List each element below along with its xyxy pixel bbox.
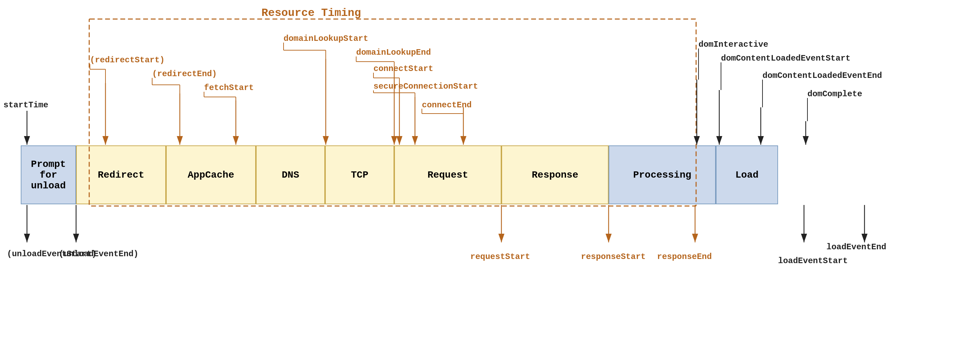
box-label-processing: Processing [633,170,691,180]
label-connectStart: connectStart [374,64,433,73]
box-tcp: TCP [325,145,394,204]
diagram-container: Prompt for unload Redirect AppCache DNS … [0,0,980,340]
label-unloadEventEnd: (unloadEventEnd) [59,249,138,259]
box-prompt-for-unload: Prompt for unload [21,145,76,204]
box-label-response: Response [532,170,578,180]
box-label-tcp: TCP [351,170,368,180]
label-domContentLoadedEventEnd: domContentLoadedEventEnd [762,71,882,80]
box-appcache: AppCache [166,145,256,204]
label-domContentLoadedEventStart: domContentLoadedEventStart [721,54,850,63]
box-label-dns: DNS [282,170,299,180]
resource-timing-label: Resource Timing [261,6,361,19]
label-loadEventStart: loadEventStart [778,256,848,265]
box-load: Load [716,145,778,204]
label-domInteractive: domInteractive [698,40,768,49]
label-startTime: startTime [3,101,48,110]
box-processing: Processing [609,145,716,204]
label-domComplete: domComplete [807,89,862,99]
label-unloadEventStart: (unloadEventStart) [7,249,97,259]
box-label-redirect: Redirect [98,170,144,180]
label-redirectStart: (redirectStart) [90,55,165,65]
label-requestStart: requestStart [470,252,530,262]
box-redirect: Redirect [76,145,166,204]
label-domainLookupEnd: domainLookupEnd [356,48,431,57]
box-response: Response [501,145,609,204]
label-redirectEnd: (redirectEnd) [152,69,217,78]
box-dns: DNS [256,145,325,204]
boxes-row: Prompt for unload Redirect AppCache DNS … [21,145,778,204]
label-secureConnectionStart: secureConnectionStart [374,82,478,91]
label-responseStart: responseStart [581,252,646,262]
box-label-request: Request [427,170,468,180]
box-label-prompt: Prompt for unload [31,159,66,191]
label-fetchStart: fetchStart [204,83,254,93]
label-connectEnd: connectEnd [422,101,472,110]
box-label-load: Load [735,170,758,180]
label-loadEventEnd: loadEventEnd [826,243,886,252]
label-domainLookupStart: domainLookupStart [283,34,368,43]
box-label-appcache: AppCache [188,170,234,180]
box-request: Request [394,145,501,204]
label-responseEnd: responseEnd [657,252,712,262]
